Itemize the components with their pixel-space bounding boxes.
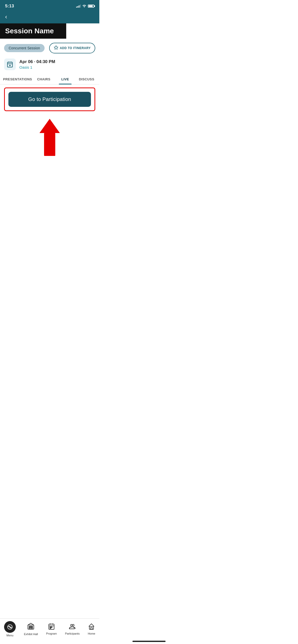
- star-icon: [54, 45, 58, 51]
- wifi-icon: [82, 4, 86, 8]
- concurrent-badge: Concurrent Session: [4, 44, 45, 52]
- status-bar: 5:13: [0, 0, 99, 11]
- calendar-icon: [4, 58, 16, 70]
- back-button[interactable]: ‹: [5, 14, 7, 20]
- tab-chairs[interactable]: CHAIRS: [33, 74, 55, 84]
- tab-presentations[interactable]: PRESENTATIONS: [2, 74, 33, 84]
- arrow-indicator: [4, 119, 95, 156]
- svg-point-5: [9, 65, 10, 66]
- session-date: Apr 06 · 04:30 PM: [19, 59, 55, 64]
- session-meta-row: Concurrent Session ADD TO ITINERARY: [0, 39, 99, 57]
- tabs-row: PRESENTATIONS CHAIRS LIVE DISCUSS: [0, 74, 99, 84]
- svg-rect-1: [7, 62, 12, 67]
- arrow-shaft: [44, 133, 55, 156]
- header-nav: ‹: [0, 11, 99, 23]
- date-row: Apr 06 · 04:30 PM Oasis 1: [0, 57, 99, 74]
- signal-icon: [76, 5, 81, 8]
- battery-icon: [88, 5, 94, 8]
- go-to-participation-button[interactable]: Go to Participation: [8, 92, 91, 107]
- add-to-itinerary-button[interactable]: ADD TO ITINERARY: [49, 43, 95, 53]
- session-location: Oasis 1: [19, 65, 55, 69]
- session-title-bar: Session Name: [0, 23, 66, 39]
- highlight-box: Go to Participation: [4, 87, 95, 111]
- date-info: Apr 06 · 04:30 PM Oasis 1: [19, 59, 55, 69]
- session-title: Session Name: [5, 27, 61, 35]
- tab-live[interactable]: LIVE: [55, 74, 76, 84]
- tab-discuss[interactable]: DISCUSS: [76, 74, 97, 84]
- main-content: Go to Participation: [0, 84, 99, 207]
- svg-marker-0: [54, 46, 58, 49]
- add-to-itinerary-label: ADD TO ITINERARY: [60, 46, 91, 50]
- arrow-head: [39, 119, 60, 133]
- status-time: 5:13: [5, 4, 14, 9]
- status-icons: [76, 4, 94, 8]
